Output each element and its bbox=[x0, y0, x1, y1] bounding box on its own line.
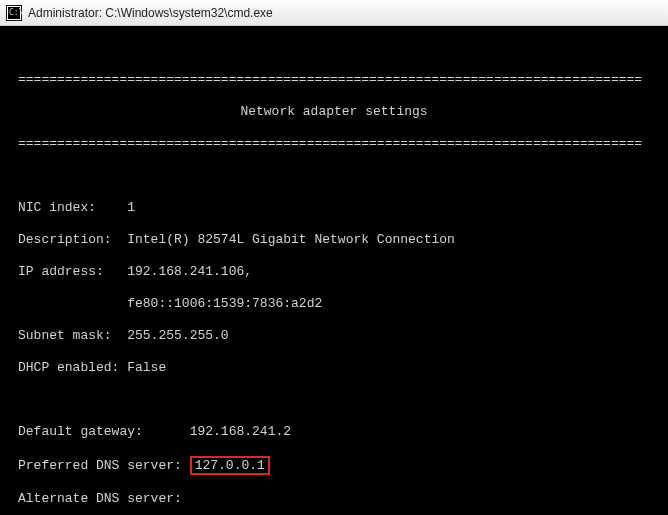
nic-desc-value: Intel(R) 82574L Gigabit Network Connecti… bbox=[127, 232, 455, 247]
gateway-value: 192.168.241.2 bbox=[190, 424, 291, 439]
cmd-icon: C:\ bbox=[6, 5, 22, 21]
nic-ip-indent bbox=[18, 296, 127, 312]
nic-dhcp-value: False bbox=[127, 360, 166, 375]
page-title: Network adapter settings bbox=[18, 104, 650, 120]
cmd-window: C:\ Administrator: C:\Windows\system32\c… bbox=[0, 0, 668, 515]
nic-mask-value: 255.255.255.0 bbox=[127, 328, 228, 343]
nic-index-value: 1 bbox=[127, 200, 135, 215]
nic-ip-value2: fe80::1006:1539:7836:a2d2 bbox=[127, 296, 322, 311]
nic-mask-label: Subnet mask: bbox=[18, 328, 127, 344]
svg-text:C:\: C:\ bbox=[9, 8, 22, 17]
console-area[interactable]: ========================================… bbox=[0, 26, 668, 515]
blank bbox=[18, 392, 650, 408]
nic-index-label: NIC index: bbox=[18, 200, 127, 216]
titlebar-text: Administrator: C:\Windows\system32\cmd.e… bbox=[28, 6, 273, 20]
blank bbox=[18, 168, 650, 184]
gateway-row: Default gateway: 192.168.241.2 bbox=[18, 424, 650, 440]
pref-dns-label: Preferred DNS server: bbox=[18, 458, 190, 474]
nic-desc-row: Description: Intel(R) 82574L Gigabit Net… bbox=[18, 232, 650, 248]
gateway-label: Default gateway: bbox=[18, 424, 190, 440]
pref-dns-value: 127.0.0.1 bbox=[190, 456, 270, 475]
nic-ip-row1: IP address: 192.168.241.106, bbox=[18, 264, 650, 280]
rule-top: ========================================… bbox=[18, 72, 650, 88]
nic-dhcp-row: DHCP enabled: False bbox=[18, 360, 650, 376]
nic-mask-row: Subnet mask: 255.255.255.0 bbox=[18, 328, 650, 344]
pref-dns-row: Preferred DNS server: 127.0.0.1 bbox=[18, 456, 650, 475]
nic-ip-value1: 192.168.241.106, bbox=[127, 264, 252, 279]
nic-ip-row2: fe80::1006:1539:7836:a2d2 bbox=[18, 296, 650, 312]
nic-index-row: NIC index: 1 bbox=[18, 200, 650, 216]
rule-bottom: ========================================… bbox=[18, 136, 650, 152]
alt-dns-label: Alternate DNS server: bbox=[18, 491, 182, 506]
titlebar[interactable]: C:\ Administrator: C:\Windows\system32\c… bbox=[0, 0, 668, 26]
nic-dhcp-label: DHCP enabled: bbox=[18, 360, 127, 376]
nic-ip-label: IP address: bbox=[18, 264, 127, 280]
nic-desc-label: Description: bbox=[18, 232, 127, 248]
alt-dns-row: Alternate DNS server: bbox=[18, 491, 650, 507]
